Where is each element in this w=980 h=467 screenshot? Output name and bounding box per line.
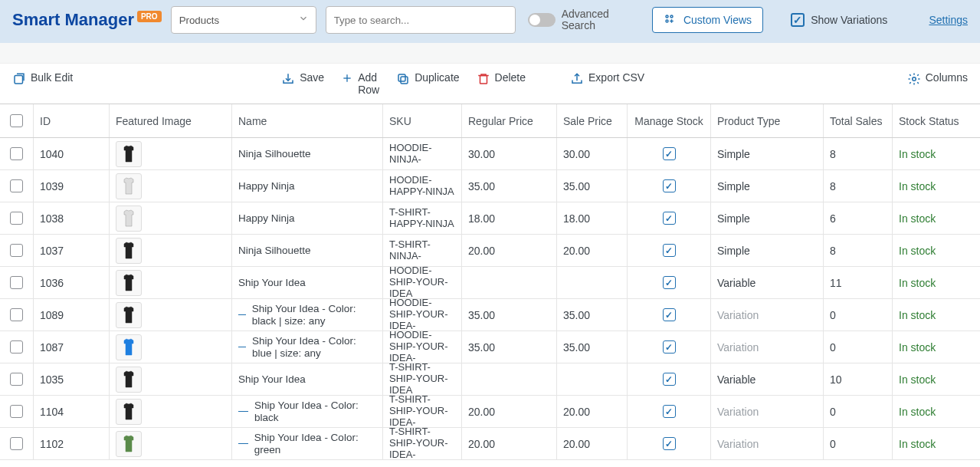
cell-image[interactable] — [110, 428, 232, 459]
cell-sale-price[interactable]: 20.00 — [557, 235, 628, 266]
cell-manage-stock[interactable] — [628, 170, 711, 202]
manage-stock-checkbox[interactable] — [663, 276, 676, 289]
cell-sale-price[interactable]: 35.00 — [557, 170, 628, 202]
cell-image[interactable] — [110, 170, 232, 202]
cell-sku[interactable]: HOODIE-SHIP-YOUR-IDEA- — [383, 299, 462, 331]
table-row[interactable]: 1104 Ship Your Idea - Color: black T-SHI… — [0, 396, 980, 428]
custom-views-button[interactable]: Custom Views — [652, 7, 763, 33]
cell-image[interactable] — [110, 202, 232, 234]
cell-sale-price[interactable] — [557, 267, 628, 298]
add-row-button[interactable]: Add Row — [341, 71, 379, 96]
table-row[interactable]: 1035 Ship Your Idea T-SHIRT-SHIP-YOUR-ID… — [0, 363, 980, 396]
cell-total-sales[interactable]: 0 — [824, 299, 893, 331]
cell-stock-status[interactable]: In stock — [893, 170, 977, 202]
cell-id[interactable]: 1040 — [34, 138, 110, 169]
manage-stock-checkbox[interactable] — [663, 308, 676, 321]
cell-sale-price[interactable]: 20.00 — [557, 396, 628, 427]
cell-product-type[interactable]: Simple — [711, 235, 824, 266]
cell-total-sales[interactable]: 8 — [824, 138, 893, 169]
table-row[interactable]: 1039 Happy Ninja HOODIE-HAPPY-NINJA 35.0… — [0, 170, 980, 202]
cell-name[interactable]: Ninja Silhouette — [232, 138, 383, 169]
duplicate-button[interactable]: Duplicate — [396, 71, 459, 86]
cell-image[interactable] — [110, 299, 232, 331]
cell-product-type[interactable]: Variable — [711, 363, 824, 395]
cell-sale-price[interactable]: 30.00 — [557, 138, 628, 169]
cell-id[interactable]: 1102 — [34, 428, 110, 459]
table-row[interactable]: 1040 Ninja Silhouette HOODIE-NINJA- 30.0… — [0, 138, 980, 170]
cell-image[interactable] — [110, 363, 232, 395]
cell-stock-status[interactable]: In stock — [893, 299, 977, 331]
row-checkbox[interactable] — [10, 212, 23, 225]
cell-id[interactable]: 1087 — [34, 331, 110, 363]
col-regular-price[interactable]: Regular Price — [462, 104, 557, 137]
cell-image[interactable] — [110, 138, 232, 169]
cell-product-type[interactable]: Variation — [711, 331, 824, 363]
cell-sku[interactable]: HOODIE-SHIP-YOUR-IDEA- — [383, 331, 462, 363]
row-checkbox[interactable] — [10, 437, 23, 450]
cell-stock-status[interactable]: In stock — [893, 396, 977, 427]
cell-regular-price[interactable]: 20.00 — [462, 396, 557, 427]
cell-name[interactable]: Happy Ninja — [232, 202, 383, 234]
cell-sku[interactable]: HOODIE-HAPPY-NINJA — [383, 170, 462, 202]
cell-sale-price[interactable]: 18.00 — [557, 202, 628, 234]
cell-sale-price[interactable]: 20.00 — [557, 428, 628, 459]
cell-id[interactable]: 1037 — [34, 235, 110, 266]
cell-manage-stock[interactable] — [628, 267, 711, 298]
cell-regular-price[interactable]: 20.00 — [462, 235, 557, 266]
col-id[interactable]: ID — [34, 104, 110, 137]
col-total-sales[interactable]: Total Sales — [824, 104, 893, 137]
table-row[interactable]: 1038 Happy Ninja T-SHIRT-HAPPY-NINJA 18.… — [0, 202, 980, 235]
cell-id[interactable]: 1089 — [34, 299, 110, 331]
cell-total-sales[interactable]: 0 — [824, 396, 893, 427]
cell-image[interactable] — [110, 331, 232, 363]
manage-stock-checkbox[interactable] — [663, 340, 676, 354]
col-image[interactable]: Featured Image — [110, 104, 232, 137]
search-input[interactable] — [326, 6, 516, 34]
cell-name[interactable]: Ship Your Idea — [232, 267, 383, 298]
cell-total-sales[interactable]: 8 — [824, 235, 893, 266]
select-all-checkbox[interactable] — [10, 114, 23, 127]
cell-product-type[interactable]: Simple — [711, 170, 824, 202]
columns-button[interactable]: Columns — [907, 71, 968, 86]
cell-sku[interactable]: T-SHIRT-SHIP-YOUR-IDEA- — [383, 428, 462, 459]
cell-regular-price[interactable] — [462, 363, 557, 395]
cell-total-sales[interactable]: 8 — [824, 170, 893, 202]
row-checkbox[interactable] — [10, 308, 23, 321]
manage-stock-checkbox[interactable] — [663, 212, 676, 225]
cell-regular-price[interactable]: 35.00 — [462, 331, 557, 363]
cell-name[interactable]: Ship Your Idea - Color: blue | size: any — [232, 331, 383, 363]
cell-total-sales[interactable]: 0 — [824, 428, 893, 459]
col-name[interactable]: Name — [232, 104, 383, 137]
save-button[interactable]: Save — [281, 71, 324, 86]
manage-stock-checkbox[interactable] — [663, 179, 676, 192]
cell-product-type[interactable]: Variation — [711, 428, 824, 459]
cell-product-type[interactable]: Simple — [711, 202, 824, 234]
row-checkbox[interactable] — [10, 179, 23, 192]
cell-stock-status[interactable]: In stock — [893, 138, 977, 169]
cell-total-sales[interactable]: 0 — [824, 331, 893, 363]
cell-id[interactable]: 1035 — [34, 363, 110, 395]
cell-manage-stock[interactable] — [628, 235, 711, 266]
dashboard-select[interactable] — [171, 6, 316, 34]
cell-regular-price[interactable]: 30.00 — [462, 138, 557, 169]
show-variations-checkbox[interactable] — [791, 13, 805, 27]
cell-product-type[interactable]: Variation — [711, 299, 824, 331]
cell-id[interactable]: 1039 — [34, 170, 110, 202]
cell-regular-price[interactable] — [462, 267, 557, 298]
cell-product-type[interactable]: Variation — [711, 396, 824, 427]
cell-sku[interactable]: T-SHIRT-SHIP-YOUR-IDEA- — [383, 396, 462, 427]
manage-stock-checkbox[interactable] — [663, 244, 676, 257]
cell-sale-price[interactable]: 35.00 — [557, 299, 628, 331]
cell-sku[interactable]: T-SHIRT-NINJA- — [383, 235, 462, 266]
row-checkbox[interactable] — [10, 340, 23, 354]
row-checkbox[interactable] — [10, 147, 23, 160]
cell-name[interactable]: Ship Your Idea - Color: green — [232, 428, 383, 459]
manage-stock-checkbox[interactable] — [663, 373, 676, 386]
cell-sale-price[interactable] — [557, 363, 628, 395]
cell-sku[interactable]: T-SHIRT-HAPPY-NINJA — [383, 202, 462, 234]
export-csv-button[interactable]: Export CSV — [570, 71, 644, 86]
cell-regular-price[interactable]: 35.00 — [462, 170, 557, 202]
manage-stock-checkbox[interactable] — [663, 405, 676, 418]
table-row[interactable]: 1089 Ship Your Idea - Color: black | siz… — [0, 299, 980, 331]
cell-name[interactable]: Happy Ninja — [232, 170, 383, 202]
